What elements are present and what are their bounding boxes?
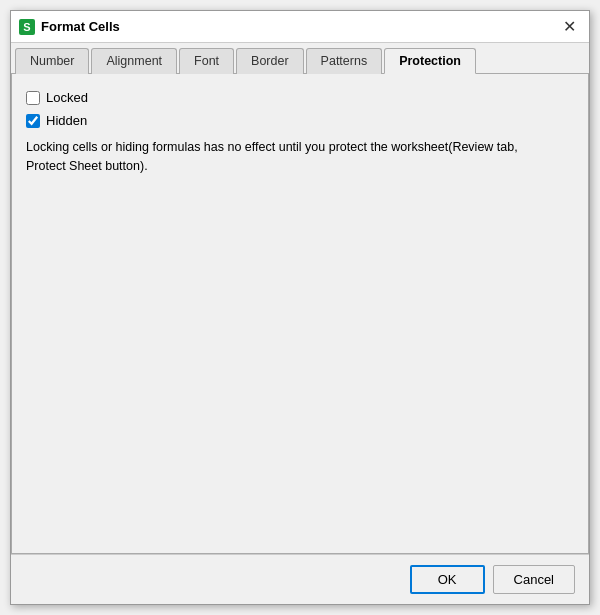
tab-border[interactable]: Border xyxy=(236,48,304,74)
hidden-label[interactable]: Hidden xyxy=(46,113,87,128)
hidden-checkbox[interactable] xyxy=(26,114,40,128)
tab-patterns[interactable]: Patterns xyxy=(306,48,383,74)
title-bar-left: S Format Cells xyxy=(19,19,120,35)
tab-bar: Number Alignment Font Border Patterns Pr… xyxy=(11,43,589,74)
tab-alignment[interactable]: Alignment xyxy=(91,48,177,74)
tab-protection[interactable]: Protection xyxy=(384,48,476,74)
dialog-title: Format Cells xyxy=(41,19,120,34)
footer: OK Cancel xyxy=(11,554,589,604)
tab-number[interactable]: Number xyxy=(15,48,89,74)
tab-content: Locked Hidden Locking cells or hiding fo… xyxy=(11,74,589,554)
cancel-button[interactable]: Cancel xyxy=(493,565,575,594)
close-button[interactable]: ✕ xyxy=(557,15,581,39)
locked-label[interactable]: Locked xyxy=(46,90,88,105)
hidden-row: Hidden xyxy=(26,113,574,128)
tab-font[interactable]: Font xyxy=(179,48,234,74)
app-icon: S xyxy=(19,19,35,35)
locked-row: Locked xyxy=(26,90,574,105)
logo: S xyxy=(19,19,35,35)
format-cells-dialog: S Format Cells ✕ Number Alignment Font B… xyxy=(10,10,590,605)
info-text: Locking cells or hiding formulas has no … xyxy=(26,138,526,176)
locked-checkbox[interactable] xyxy=(26,91,40,105)
title-bar: S Format Cells ✕ xyxy=(11,11,589,43)
ok-button[interactable]: OK xyxy=(410,565,485,594)
